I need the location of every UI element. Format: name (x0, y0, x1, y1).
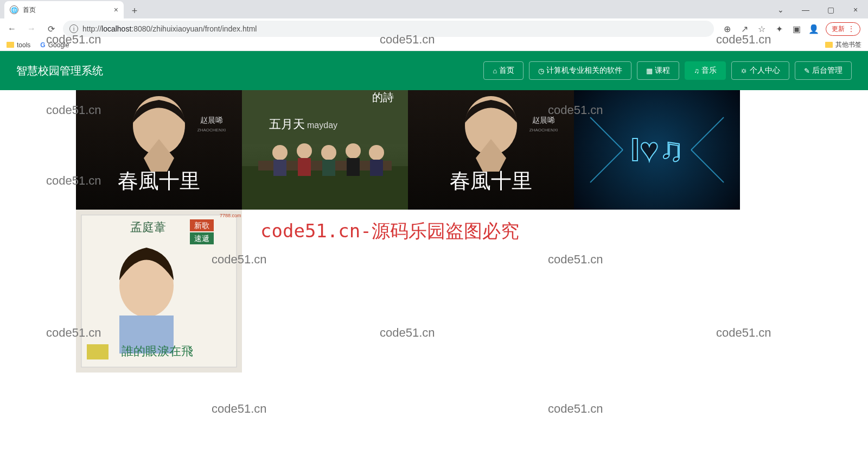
nav-admin[interactable]: ✎后台管理 (795, 61, 852, 80)
svg-text:春風十里: 春風十里 (450, 169, 532, 192)
tab-title: 首页 (23, 5, 36, 15)
svg-point-11 (321, 145, 336, 160)
home-icon: ⌂ (493, 67, 497, 75)
svg-line-24 (590, 117, 623, 150)
window-maximize-icon[interactable]: ▢ (818, 1, 843, 18)
edit-icon: ✎ (804, 67, 810, 75)
window-controls: ⌄ — ▢ × (768, 1, 868, 18)
svg-text:I♥♫: I♥♫ (630, 131, 683, 168)
svg-line-27 (691, 150, 724, 182)
svg-text:孟庭葦: 孟庭葦 (130, 220, 166, 234)
svg-point-7 (272, 145, 288, 160)
svg-line-26 (590, 150, 623, 182)
nav-home[interactable]: ⌂首页 (483, 61, 524, 80)
svg-text:ZHAOCHENXI: ZHAOCHENXI (197, 128, 226, 132)
bookmark-other[interactable]: 其他书签 (825, 40, 861, 49)
album-item[interactable]: 赵晨唏 ZHAOCHENXI 春風十里 (408, 90, 574, 210)
svg-text:mayday: mayday (307, 121, 337, 130)
svg-text:新歌: 新歌 (194, 221, 209, 230)
svg-text:的詩: 的詩 (372, 91, 394, 103)
tab-strip: 🌐 首页 × + ⌄ — ▢ × (0, 0, 868, 18)
bookmark-bar: tools GGoogle 其他书签 (0, 39, 868, 51)
google-icon: G (40, 41, 45, 49)
album-item[interactable]: 孟庭葦 新歌 速遞 7788.com 誰的眼淚在飛 (76, 210, 242, 373)
app-title: 智慧校园管理系统 (16, 64, 103, 78)
profile-icon[interactable]: 👤 (808, 23, 819, 34)
svg-text:誰的眼淚在飛: 誰的眼淚在飛 (122, 344, 193, 358)
svg-text:赵晨唏: 赵晨唏 (200, 116, 223, 124)
svg-rect-38 (87, 344, 108, 359)
album-item[interactable]: 赵晨唏 ZHAOCHENXI 春風十里 (76, 90, 242, 210)
svg-text:ZHAOCHENXI: ZHAOCHENXI (529, 128, 558, 132)
svg-text:春風十里: 春風十里 (118, 169, 200, 192)
site-info-icon[interactable]: i (69, 24, 78, 33)
music-icon: ♫ (694, 67, 699, 75)
forward-button[interactable]: → (24, 21, 39, 36)
globe-icon: 🌐 (10, 5, 18, 14)
user-icon: ⛭ (741, 67, 748, 75)
back-button[interactable]: ← (4, 21, 20, 36)
url-field[interactable]: i http://localhost:8080/zhihuixiaoyuan/f… (63, 21, 714, 37)
nav-software[interactable]: ◷计算机专业相关的软件 (529, 61, 631, 80)
svg-text:7788.com: 7788.com (220, 213, 241, 218)
nav-music[interactable]: ♫音乐 (685, 61, 726, 80)
svg-point-9 (297, 143, 312, 159)
share-icon[interactable]: ↗ (739, 23, 750, 34)
folder-icon (825, 42, 833, 48)
window-close-icon[interactable]: × (843, 1, 868, 18)
extensions-icon[interactable]: ✦ (774, 23, 784, 34)
address-bar: ← → ⟳ i http://localhost:8080/zhihuixiao… (0, 18, 868, 39)
bookmark-tools[interactable]: tools (7, 41, 30, 49)
svg-text:赵晨唏: 赵晨唏 (532, 116, 555, 124)
album-grid: 赵晨唏 ZHAOCHENXI 春風十里 五月天 mayday 的詩 (76, 90, 740, 373)
svg-point-15 (369, 145, 384, 160)
new-tab-button[interactable]: + (127, 3, 142, 18)
clock-icon: ◷ (538, 67, 544, 75)
side-panel-icon[interactable]: ▣ (791, 23, 802, 34)
content-area: 赵晨唏 ZHAOCHENXI 春風十里 五月天 mayday 的詩 (0, 90, 868, 467)
tab-close-icon[interactable]: × (114, 5, 118, 14)
window-chevron-icon[interactable]: ⌄ (768, 1, 793, 18)
zoom-icon[interactable]: ⊕ (722, 23, 732, 34)
svg-text:五月天: 五月天 (269, 117, 305, 131)
svg-line-25 (691, 117, 724, 150)
reload-button[interactable]: ⟳ (43, 21, 59, 36)
nav-menu: ⌂首页 ◷计算机专业相关的软件 ▦课程 ♫音乐 ⛭个人中心 ✎后台管理 (483, 61, 852, 80)
app-header: 智慧校园管理系统 ⌂首页 ◷计算机专业相关的软件 ▦课程 ♫音乐 ⛭个人中心 ✎… (0, 51, 868, 90)
svg-text:速遞: 速遞 (194, 234, 209, 243)
nav-profile[interactable]: ⛭个人中心 (731, 61, 789, 80)
grid-icon: ▦ (646, 67, 653, 75)
address-bar-icons: ⊕ ↗ ☆ ✦ ▣ 👤 更新⋮ (718, 22, 864, 36)
folder-icon (7, 42, 14, 48)
browser-chrome: 🌐 首页 × + ⌄ — ▢ × ← → ⟳ i http://localhos… (0, 0, 868, 51)
album-item[interactable]: 五月天 mayday 的詩 (242, 90, 408, 210)
browser-tab[interactable]: 🌐 首页 × (4, 1, 124, 18)
update-button[interactable]: 更新⋮ (826, 22, 860, 36)
svg-rect-12 (322, 160, 335, 176)
window-minimize-icon[interactable]: — (793, 1, 818, 18)
url-text: http://localhost:8080/zhihuixiaoyuan/fro… (82, 24, 257, 33)
svg-rect-10 (298, 158, 311, 176)
nav-courses[interactable]: ▦课程 (637, 61, 679, 80)
album-item[interactable]: I♥♫ (574, 90, 740, 210)
svg-rect-14 (347, 158, 360, 176)
svg-rect-16 (370, 160, 383, 176)
svg-point-13 (346, 143, 361, 159)
star-icon[interactable]: ☆ (756, 23, 767, 34)
bookmark-google[interactable]: GGoogle (40, 41, 69, 49)
svg-rect-8 (273, 160, 286, 176)
